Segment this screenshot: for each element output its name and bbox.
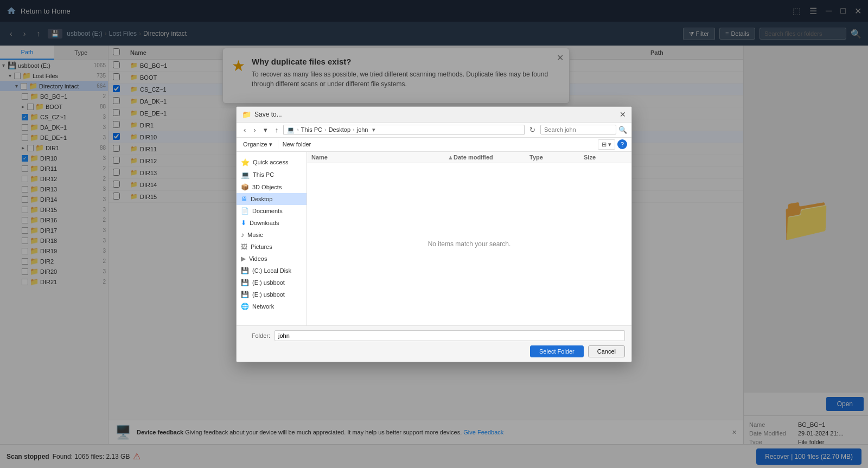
sidebar-label: (E:) usbboot [252, 279, 285, 286]
dialog-organize-btn[interactable]: Organize ▾ [241, 140, 275, 149]
dialog-sidebar-documents[interactable]: 📄 Documents [237, 205, 307, 217]
dialog-path-sep: › [297, 126, 299, 133]
sidebar-label: Music [247, 232, 263, 238]
dialog-backdrop[interactable]: 📁 Save to... ✕ ‹ › ▾ ↑ 💻 › This PC › Des… [0, 0, 868, 468]
dialog-sidebar-network[interactable]: 🌐 Network [237, 300, 307, 312]
dialog-nav-back[interactable]: ‹ [241, 125, 248, 135]
dialog-title-bar: 📁 Save to... ✕ [237, 107, 631, 123]
file-col-date[interactable]: Date modified [454, 154, 529, 161]
dialog-sidebar-desktop[interactable]: 🖥 Desktop [237, 193, 307, 205]
dialog-folder-icon: 📁 [242, 110, 251, 119]
dialog-path-icon: 💻 [287, 126, 295, 133]
usb-icon-1: 💾 [241, 279, 249, 286]
sidebar-label: This PC [253, 171, 274, 178]
dialog-sidebar-music[interactable]: ♪ Music [237, 229, 307, 241]
dialog-sidebar-quickaccess[interactable]: ⭐ Quick access [237, 156, 307, 169]
folder-input[interactable] [275, 330, 625, 341]
dialog-sidebar-thispc[interactable]: 💻 This PC [237, 169, 307, 181]
sort-icon: ▲ [448, 154, 454, 161]
dialog-sidebar-downloads[interactable]: ⬇ Downloads [237, 217, 307, 229]
network-icon: 🌐 [241, 303, 249, 310]
dialog-title: Save to... [254, 111, 282, 118]
dialog-sidebar: ⭐ Quick access 💻 This PC 📦 3D Objects 🖥 … [237, 152, 307, 325]
desktop-icon: 🖥 [241, 195, 247, 203]
dialog-path-dropdown[interactable]: ▾ [372, 126, 375, 133]
sidebar-label: Desktop [251, 196, 272, 202]
dialog-file-header: Name ▲ Date modified Type Size [307, 152, 631, 163]
save-dialog: 📁 Save to... ✕ ‹ › ▾ ↑ 💻 › This PC › Des… [236, 106, 632, 362]
dialog-view-btn[interactable]: ⊞ ▾ [598, 139, 615, 150]
dialog-file-area: Name ▲ Date modified Type Size No items … [307, 152, 631, 325]
dialog-refresh-btn[interactable]: ↻ [527, 125, 538, 135]
usb-icon-2: 💾 [241, 291, 249, 298]
sidebar-label: Network [252, 303, 274, 310]
dialog-nav-up[interactable]: ↑ [272, 125, 282, 135]
dialog-sidebar-3dobjects[interactable]: 📦 3D Objects [237, 181, 307, 193]
pc-icon: 💻 [241, 171, 250, 179]
sidebar-label: (E:) usbboot [252, 291, 285, 298]
downloads-icon: ⬇ [241, 219, 246, 227]
dialog-sidebar-usbboot2[interactable]: 💾 (E:) usbboot [237, 289, 307, 300]
dialog-sidebar-pictures[interactable]: 🖼 Pictures [237, 241, 307, 253]
dialog-search-icon[interactable]: 🔍 [618, 126, 627, 134]
documents-icon: 📄 [241, 207, 249, 215]
pictures-icon: 🖼 [241, 243, 247, 251]
dialog-path-john[interactable]: john [357, 126, 368, 133]
dialog-search-input[interactable] [540, 125, 616, 134]
sidebar-label: Videos [249, 255, 267, 262]
file-col-type[interactable]: Type [529, 154, 584, 161]
folder-label: Folder: [243, 332, 270, 339]
dialog-path-desktop[interactable]: Desktop [329, 126, 350, 133]
dialog-nav-forward[interactable]: › [251, 125, 258, 135]
dialog-help-btn[interactable]: ? [617, 139, 627, 149]
sidebar-label: Pictures [251, 243, 272, 250]
dialog-organize-toolbar: Organize ▾ New folder ⊞ ▾ ? [237, 138, 631, 152]
empty-label: No items match your search. [428, 240, 511, 248]
sidebar-label: (C:) Local Disk [252, 267, 291, 274]
disk-c-icon: 💾 [241, 267, 249, 274]
dialog-body: ⭐ Quick access 💻 This PC 📦 3D Objects 🖥 … [237, 152, 631, 325]
music-icon: ♪ [241, 231, 244, 239]
sidebar-label: Downloads [250, 220, 279, 226]
dialog-footer: Folder: Select Folder Cancel [237, 325, 631, 362]
sidebar-label: 3D Objects [252, 184, 282, 190]
dialog-empty-message: No items match your search. [307, 163, 631, 325]
folder-input-row: Folder: [243, 330, 625, 341]
dialog-close-btn[interactable]: ✕ [620, 110, 626, 119]
dialog-path-sep2: › [324, 126, 327, 133]
dialog-nav-recent[interactable]: ▾ [261, 125, 270, 135]
dialog-nav-toolbar: ‹ › ▾ ↑ 💻 › This PC › Desktop › john ▾ ↻… [237, 123, 631, 138]
dialog-path-thispc[interactable]: This PC [301, 126, 322, 133]
videos-icon: ▶ [241, 255, 246, 262]
file-col-name[interactable]: Name [311, 154, 445, 161]
file-col-size[interactable]: Size [584, 154, 627, 161]
dialog-sidebar-localc[interactable]: 💾 (C:) Local Disk [237, 265, 307, 277]
dialog-newfolder-btn[interactable]: New folder [278, 140, 316, 149]
dialog-path-bar: 💻 › This PC › Desktop › john ▾ [283, 125, 525, 135]
dialog-sidebar-usbboot1[interactable]: 💾 (E:) usbboot [237, 277, 307, 289]
sidebar-label: Quick access [253, 159, 288, 165]
cancel-btn[interactable]: Cancel [588, 345, 625, 357]
dialog-path-sep3: › [353, 126, 355, 133]
dialog-title-left: 📁 Save to... [242, 110, 282, 119]
sidebar-label: Documents [252, 208, 283, 214]
dialog-sidebar-videos[interactable]: ▶ Videos [237, 253, 307, 265]
star-icon: ⭐ [241, 158, 250, 166]
dialog-actions: Select Folder Cancel [243, 345, 625, 357]
select-folder-btn[interactable]: Select Folder [530, 345, 584, 357]
box-icon: 📦 [241, 183, 249, 191]
